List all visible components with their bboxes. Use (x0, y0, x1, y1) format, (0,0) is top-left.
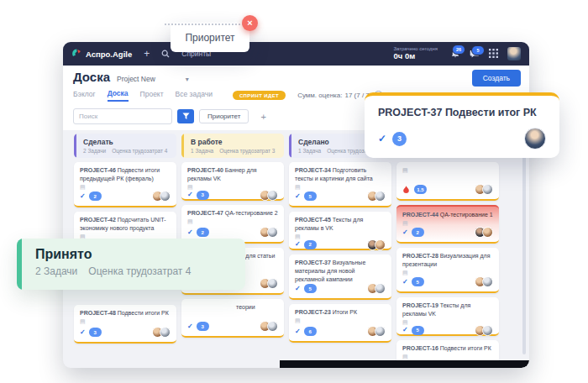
check-icon: ✓ (402, 229, 408, 236)
add-filter-button[interactable]: + (255, 111, 270, 123)
kanban-column-done: Сделано 1 ЗадачаОценка трудозатрат PROJE… (289, 134, 391, 368)
top-navbar: Аспро.Agile + Спринты Затрачено сегодня … (63, 42, 529, 66)
avatar (160, 327, 171, 338)
check-icon: ✓ (80, 193, 86, 200)
score-badge: 2 (89, 192, 102, 201)
task-card[interactable]: PROJECT-23 Итоги РК ▤ ✓6 (289, 304, 391, 343)
check-icon: ✓ (402, 279, 408, 286)
kanban-column-accepted: ▤ 1.5 PROJECT-44 QA-тестирование 1 ▤ ✓2 (396, 134, 499, 368)
filter-button[interactable] (177, 109, 194, 123)
avatar (267, 278, 278, 289)
scrollbar[interactable] (522, 129, 526, 354)
score-badge: 3 (392, 132, 407, 146)
check-icon: ✓ (295, 286, 301, 292)
task-card[interactable]: PROJECT-46 Подвести итоги предыдущей РК … (74, 162, 176, 207)
project-selector[interactable]: Project New (117, 75, 155, 83)
brand-logo-icon (71, 48, 81, 60)
page: Аспро.Agile + Спринты Затрачено сегодня … (0, 0, 588, 383)
bell-badge: 26 (452, 45, 465, 55)
score-badge: 5 (304, 284, 317, 293)
avatar (482, 184, 493, 195)
close-icon[interactable]: × (242, 15, 258, 31)
task-card[interactable]: PROJECT-45 Тексты для рекламы в VK ▤ ✓2 (289, 212, 391, 250)
chat-badge: 5 (471, 45, 485, 55)
description-icon: ▤ (402, 319, 493, 325)
accepted-tasks: 2 Задачи (35, 265, 77, 277)
task-card[interactable]: ▤ 1.5 (396, 162, 499, 201)
search-input[interactable] (73, 108, 172, 124)
score-badge: 5 (412, 326, 424, 335)
task-card[interactable]: PROJECT-19 Тексты для рекламы VK ▤ ✓5 (396, 297, 499, 336)
description-icon: ▤ (187, 184, 278, 190)
description-icon: ▤ (295, 233, 386, 239)
task-card[interactable]: PROJECT-28 Визуализация для презентации … (396, 248, 499, 293)
avatar (267, 321, 278, 332)
score-badge: 5 (412, 277, 424, 286)
score-badge: 3 (89, 328, 102, 337)
accepted-column-overlay: Принято 2 Задачи Оценка трудозатрат 4 (17, 239, 245, 290)
focused-task-card[interactable]: PROJECT-37 Подвести итог РК ✓ 3 (365, 92, 559, 158)
tab-board[interactable]: Доска (108, 89, 129, 102)
app-window: Аспро.Agile + Спринты Затрачено сегодня … (63, 42, 529, 368)
description-icon: ▤ (402, 270, 493, 275)
check-icon: ✓ (187, 229, 193, 236)
check-icon: ✓ (378, 133, 386, 144)
task-card[interactable]: PROJECT-37 Визуальные материалы для ново… (289, 254, 391, 300)
chat-icon[interactable]: 5 (470, 50, 480, 59)
score-badge: 6 (304, 327, 317, 336)
search-icon[interactable] (161, 50, 170, 58)
score-badge: 2 (412, 228, 424, 237)
task-card[interactable]: PROJECT-40 Баннер для рекламы VK ▤ ✓3 (181, 162, 284, 201)
task-card[interactable]: теории ✓3 (181, 299, 284, 338)
task-card[interactable]: PROJECT-48 Подвести итоги РК ▤ ✓3 (74, 305, 176, 344)
apps-grid-icon[interactable] (489, 46, 498, 61)
check-icon: ✓ (295, 328, 301, 335)
check-icon: ✓ (80, 329, 86, 336)
task-card[interactable]: PROJECT-34 Подготовить тексты и картинки… (289, 162, 391, 207)
task-card[interactable]: PROJECT-44 QA-тестирование 1 ▤ ✓2 (396, 205, 499, 244)
avatar (482, 325, 493, 336)
score-badge: 2 (197, 228, 209, 237)
tab-backlog[interactable]: Бэклог (73, 90, 96, 101)
tooltip-label: Приоритет (185, 32, 234, 44)
avatar (267, 227, 278, 238)
avatar (375, 191, 386, 202)
chevron-down-icon[interactable]: ▾ (186, 76, 189, 83)
priority-tooltip: Приоритет × (171, 23, 249, 52)
funnel-icon (182, 110, 190, 123)
column-header[interactable]: В работе 1 ЗадачаОценка трудозатрат 3 (181, 134, 284, 158)
add-icon[interactable]: + (144, 49, 150, 59)
create-button[interactable]: Создать (472, 70, 521, 87)
brand[interactable]: Аспро.Agile (71, 48, 132, 60)
notifications-bell-icon[interactable]: 26 (450, 49, 460, 59)
check-icon: ✓ (402, 327, 408, 333)
score-label: Сумм. оценка: (297, 92, 342, 99)
description-icon: ▤ (402, 354, 493, 359)
priority-filter-chip[interactable]: Приоритет (199, 109, 249, 123)
tab-project[interactable]: Проект (140, 90, 164, 101)
description-icon: ▤ (295, 184, 386, 190)
tab-all-tasks[interactable]: Все задачи (176, 90, 213, 101)
avatar (375, 283, 386, 294)
sprint-status-badge: СПРИНТ ИДЕТ (233, 91, 286, 100)
time-tracker: Затрачено сегодня 0ч 0м (393, 46, 438, 60)
overdue-fire-icon (402, 186, 410, 194)
description-icon: ▤ (80, 318, 171, 324)
avatar (482, 276, 493, 287)
description-icon: ▤ (402, 167, 493, 173)
description-icon: ▤ (402, 220, 493, 226)
score-badge: 5 (304, 192, 317, 201)
user-avatar[interactable] (507, 47, 521, 60)
brand-name: Аспро.Agile (86, 50, 132, 59)
window-bottom-edge (280, 360, 529, 368)
avatar (375, 239, 386, 250)
score-badge: 2 (304, 240, 317, 249)
score-badge: 3 (197, 191, 209, 200)
time-value: 0ч 0м (393, 52, 415, 60)
avatar (524, 128, 546, 150)
check-icon: ✓ (187, 192, 193, 198)
focused-task-title: PROJECT-37 Подвести итог РК (378, 107, 546, 118)
column-header[interactable]: Сделать 2 ЗадачиОценка трудозатрат 4 (74, 134, 176, 158)
accepted-effort: Оценка трудозатрат 4 (88, 265, 191, 277)
avatar (267, 190, 278, 201)
